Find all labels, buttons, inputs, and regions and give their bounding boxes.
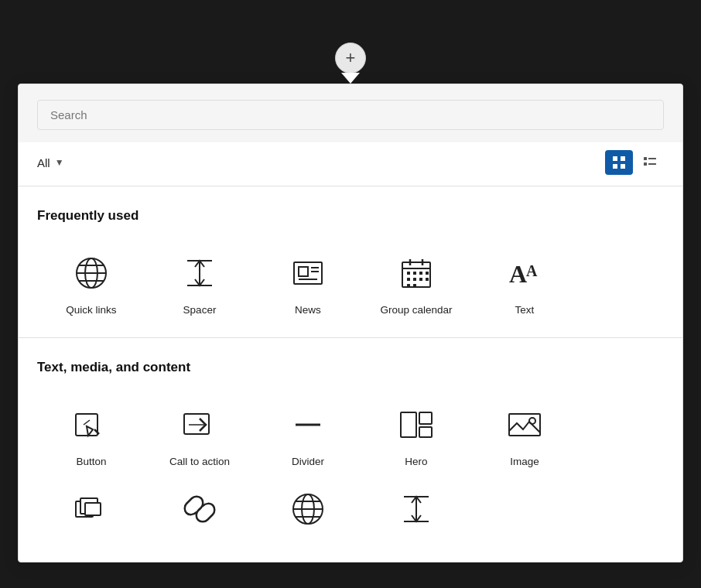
filter-dropdown[interactable]: All ▼ <box>37 156 64 169</box>
svg-rect-34 <box>413 284 416 287</box>
divider-item[interactable]: Divider <box>254 392 362 473</box>
quick-links-label: Quick links <box>66 304 116 316</box>
image-label: Image <box>510 456 539 467</box>
search-input[interactable] <box>37 100 664 130</box>
svg-rect-7 <box>648 163 656 165</box>
group-calendar-icon <box>393 250 439 296</box>
quick-links-icon <box>68 250 115 296</box>
text-item[interactable]: A A Text <box>470 241 579 322</box>
grid-view-icon <box>612 156 626 169</box>
svg-rect-6 <box>644 162 647 166</box>
svg-rect-31 <box>419 278 422 281</box>
svg-rect-30 <box>413 278 416 281</box>
svg-rect-37 <box>76 414 97 436</box>
call-to-action-item[interactable]: Call to action <box>145 392 254 473</box>
svg-rect-1 <box>621 156 625 161</box>
svg-rect-25 <box>407 272 410 275</box>
news-item[interactable]: News <box>254 241 362 322</box>
svg-rect-26 <box>413 272 416 275</box>
search-area <box>19 84 682 142</box>
divider-icon <box>285 402 331 448</box>
add-button-arrow <box>341 73 360 84</box>
view-toggles <box>605 150 664 175</box>
svg-rect-4 <box>644 157 647 160</box>
svg-rect-3 <box>621 164 625 169</box>
svg-text:A: A <box>509 260 527 288</box>
svg-rect-33 <box>407 284 410 287</box>
frequently-used-title: Frequently used <box>37 208 664 224</box>
call-to-action-icon <box>176 402 223 448</box>
spacer-item-2[interactable] <box>362 477 470 546</box>
button-label: Button <box>76 456 106 467</box>
filter-label: All <box>37 156 50 169</box>
spacer-icon-2 <box>393 486 439 532</box>
call-to-action-label: Call to action <box>169 456 230 467</box>
link-item[interactable] <box>145 477 254 546</box>
spacer-label: Spacer <box>183 304 217 316</box>
globe-item-2[interactable] <box>254 477 362 546</box>
svg-rect-50 <box>85 503 101 515</box>
hero-icon <box>393 402 439 448</box>
svg-line-39 <box>84 420 90 425</box>
svg-text:A: A <box>526 262 538 279</box>
button-item[interactable]: Button <box>37 392 145 473</box>
add-button[interactable]: + <box>335 43 366 74</box>
button-icon <box>68 402 115 448</box>
svg-rect-32 <box>426 278 429 281</box>
group-calendar-item[interactable]: Group calendar <box>362 241 470 322</box>
svg-rect-5 <box>648 158 656 159</box>
svg-rect-28 <box>426 272 429 275</box>
spacer-icon <box>176 250 223 296</box>
main-container: + All ▼ <box>18 43 683 562</box>
filter-bar: All ▼ <box>19 142 682 186</box>
text-media-content-title: Text, media, and content <box>37 360 664 375</box>
svg-rect-27 <box>419 272 422 275</box>
globe-icon-2 <box>285 486 331 532</box>
svg-rect-46 <box>509 414 540 436</box>
image-item[interactable]: Image <box>470 392 579 473</box>
svg-rect-17 <box>299 267 308 276</box>
frequently-used-section: Frequently used Quick links <box>19 186 682 337</box>
image-icon <box>501 402 548 448</box>
svg-rect-44 <box>419 412 432 424</box>
svg-rect-29 <box>407 278 410 281</box>
group-calendar-label: Group calendar <box>380 304 452 316</box>
hero-item[interactable]: Hero <box>362 392 470 473</box>
divider-label: Divider <box>292 456 324 467</box>
news-icon <box>285 250 331 296</box>
news-label: News <box>295 304 321 316</box>
frequently-used-grid: Quick links Spacer <box>37 241 664 322</box>
text-icon: A A <box>501 250 548 296</box>
web-part-panel: All ▼ <box>18 84 683 562</box>
text-media-content-grid-row2 <box>37 477 664 546</box>
svg-rect-43 <box>401 412 416 437</box>
spacer-item[interactable]: Spacer <box>145 241 254 322</box>
svg-rect-45 <box>419 427 432 437</box>
list-view-button[interactable] <box>636 150 664 175</box>
chevron-down-icon: ▼ <box>55 157 64 168</box>
svg-point-47 <box>529 418 535 424</box>
hero-label: Hero <box>405 456 427 467</box>
text-media-content-grid: Button Call to action <box>37 392 664 473</box>
quick-links-item[interactable]: Quick links <box>37 241 145 322</box>
svg-rect-0 <box>613 156 617 161</box>
image-gallery-item[interactable] <box>37 477 145 546</box>
text-media-content-section: Text, media, and content Button <box>19 338 682 562</box>
add-button-wrapper: + <box>18 43 683 84</box>
grid-view-button[interactable] <box>605 150 633 175</box>
image-gallery-icon <box>68 486 115 532</box>
text-label: Text <box>515 304 535 316</box>
svg-rect-2 <box>613 164 617 169</box>
list-view-icon <box>643 156 657 169</box>
link-icon <box>176 486 223 532</box>
